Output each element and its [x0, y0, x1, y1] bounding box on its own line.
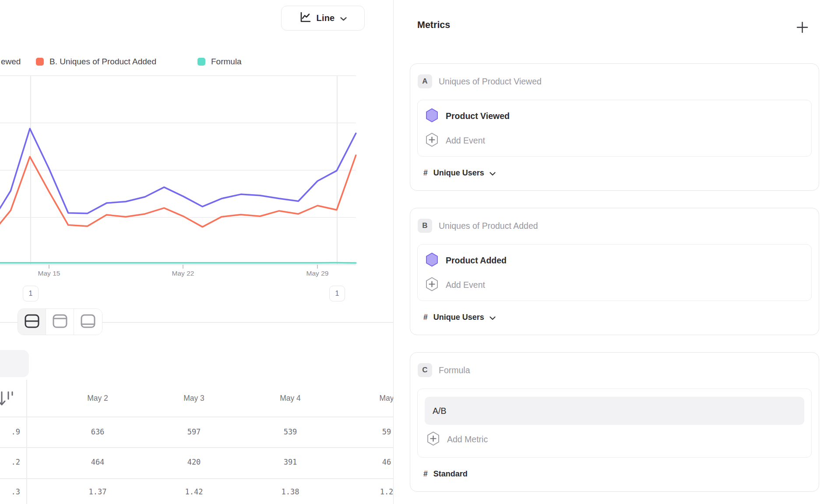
metric-letter-badge: B [418, 219, 432, 233]
measure-label: Unique Users [433, 313, 484, 322]
metric-card-header: C Formula [417, 363, 812, 377]
sort-descending-icon[interactable] [0, 389, 16, 410]
add-event-hexagon-plus-icon [426, 277, 438, 293]
table-cell: 1.42 [146, 487, 242, 496]
add-event-row[interactable]: Add Event [426, 128, 803, 153]
legend-item-formula[interactable]: Formula [197, 57, 242, 66]
chevron-down-icon [489, 314, 496, 322]
legend-swatch-orange [36, 58, 44, 66]
table-row-label: .9 [0, 427, 20, 436]
add-metric-label: Add Metric [447, 434, 488, 444]
x-tick-label: May 15 [29, 270, 69, 277]
chart-type-label: Line [317, 13, 335, 23]
metric-card-a: A Uniques of Product Viewed Product View… [410, 63, 819, 191]
x-tick [49, 265, 49, 269]
metric-card-b: B Uniques of Product Added Product Added [410, 208, 819, 335]
measure-selector[interactable]: # Unique Users [417, 309, 812, 325]
chevron-down-icon [489, 170, 496, 178]
formula-input[interactable]: A/B [425, 397, 804, 425]
metrics-panel: Metrics A Uniques of Product Viewed Prod… [393, 0, 831, 504]
table-only-view-button[interactable] [74, 309, 102, 335]
legend-label: B. Uniques of Product Added [49, 57, 156, 66]
chart-type-dropdown[interactable]: Line [281, 6, 365, 31]
table-only-view-icon [81, 314, 95, 330]
table-header-may-2[interactable]: May 2 [49, 394, 146, 403]
formula-box: A/B Add Metric [417, 388, 812, 458]
table-row-line [0, 478, 393, 479]
split-view-button[interactable] [18, 309, 46, 335]
measure-label: Unique Users [433, 168, 484, 178]
table-cell: 1.38 [242, 487, 338, 496]
annotation-badge-1[interactable]: 1 [23, 286, 39, 301]
event-box: Product Viewed Add Event [417, 100, 812, 157]
chart-only-view-icon [53, 314, 67, 330]
measure-selector[interactable]: # Standard [417, 466, 812, 482]
table-cell: 464 [49, 458, 146, 466]
table-column-divider [26, 380, 27, 504]
x-tick-label: May 29 [298, 270, 337, 277]
measure-label: Standard [433, 469, 468, 479]
metric-letter-badge: C [418, 363, 432, 377]
metric-card-title: Uniques of Product Viewed [439, 77, 542, 87]
table-cell: 420 [146, 458, 242, 466]
x-tick [183, 265, 183, 269]
legend-item-a[interactable]: ewed [1, 57, 21, 66]
hash-icon: # [423, 469, 428, 479]
add-event-label: Add Event [446, 280, 485, 290]
event-box: Product Added Add Event [417, 244, 812, 301]
add-event-row[interactable]: Add Event [426, 273, 803, 297]
metrics-panel-title: Metrics [417, 20, 450, 31]
metric-card-title: Uniques of Product Added [439, 221, 538, 231]
app-page: Line ewed B. Uniques of Product Added Fo… [0, 0, 831, 504]
table-corner-chip[interactable] [0, 350, 29, 377]
event-row[interactable]: Product Viewed [426, 104, 803, 128]
chevron-down-icon [340, 15, 347, 23]
table-cell: 539 [242, 427, 338, 436]
metric-card-header: B Uniques of Product Added [417, 219, 812, 233]
table-cell: 1.37 [49, 487, 146, 496]
legend-swatch-teal [197, 58, 205, 66]
table-row-label: .2 [0, 458, 20, 466]
chart-panel: Line ewed B. Uniques of Product Added Fo… [0, 0, 393, 504]
table-header-may-3[interactable]: May 3 [146, 394, 242, 403]
hash-icon: # [423, 313, 428, 322]
plus-icon [796, 21, 808, 33]
add-event-label: Add Event [446, 136, 485, 146]
legend-item-b[interactable]: B. Uniques of Product Added [36, 57, 156, 66]
add-event-hexagon-plus-icon [426, 133, 438, 149]
event-row[interactable]: Product Added [426, 248, 803, 273]
x-tick-label: May 22 [163, 270, 203, 277]
table-row-line [0, 416, 393, 417]
line-chart-icon [299, 11, 311, 25]
chart-only-view-button[interactable] [46, 309, 74, 335]
series-line-a[interactable] [0, 129, 356, 222]
add-metric-row[interactable]: Add Metric [425, 426, 804, 453]
table-row-label: .3 [0, 487, 20, 496]
hash-icon: # [423, 168, 428, 178]
x-tick [317, 265, 318, 269]
table-row-line [0, 447, 393, 448]
table-cell: 597 [146, 427, 242, 436]
layout-toggle-group [18, 308, 102, 335]
metric-letter-badge: A [418, 74, 432, 88]
legend-label: Formula [211, 57, 242, 66]
chart-legend: ewed B. Uniques of Product Added Formula [0, 57, 393, 69]
split-view-icon [25, 314, 39, 330]
event-hexagon-icon [426, 108, 438, 124]
annotation-badge-2[interactable]: 1 [329, 286, 345, 301]
event-hexagon-icon [426, 252, 438, 269]
metric-card-title: Formula [439, 365, 470, 375]
metric-card-header: A Uniques of Product Viewed [417, 74, 812, 88]
add-metric-hexagon-plus-icon [427, 431, 440, 448]
metric-card-c: C Formula A/B Add Metric # [410, 352, 819, 492]
table-cell: 636 [49, 427, 146, 436]
measure-selector[interactable]: # Unique Users [417, 165, 812, 181]
table-cell: 391 [242, 458, 338, 466]
event-name: Product Viewed [446, 111, 510, 121]
legend-label: ewed [1, 57, 21, 66]
table-header-may-4[interactable]: May 4 [242, 394, 338, 403]
event-name: Product Added [446, 256, 507, 266]
add-metric-group-button[interactable] [796, 21, 809, 34]
